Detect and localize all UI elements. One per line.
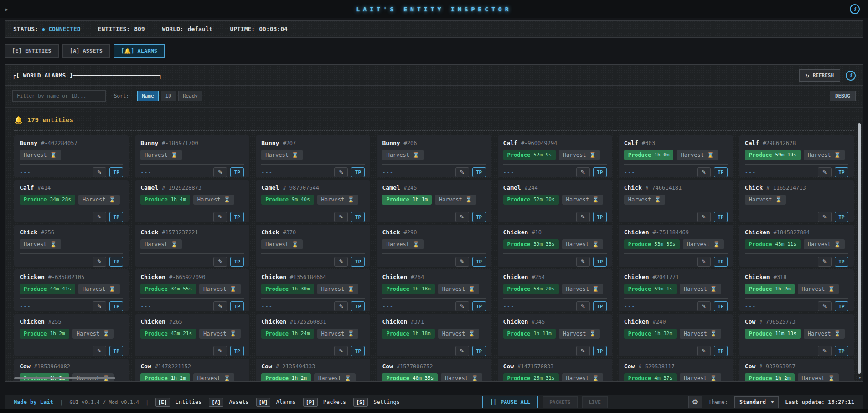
edit-button[interactable]: ✎ — [818, 346, 832, 356]
theme-select[interactable]: Standard ▼ — [734, 396, 779, 408]
produce-button[interactable]: Produce1h 18m — [382, 329, 434, 339]
tp-button[interactable]: TP — [835, 167, 848, 177]
made-by-link[interactable]: Made by Lait — [14, 399, 53, 405]
harvest-button[interactable]: Harvest⌛ — [804, 150, 845, 160]
tp-button[interactable]: TP — [230, 167, 244, 177]
harvest-button[interactable]: Harvest⌛ — [677, 150, 718, 160]
harvest-button[interactable]: Harvest⌛ — [317, 195, 359, 205]
harvest-button[interactable]: Harvest⌛ — [804, 329, 845, 339]
harvest-button[interactable]: Harvest⌛ — [624, 195, 666, 205]
sort-button-name[interactable]: Name — [137, 91, 159, 101]
edit-button[interactable]: ✎ — [93, 257, 106, 267]
tp-button[interactable]: TP — [351, 301, 365, 311]
tp-button[interactable]: TP — [835, 346, 848, 356]
edit-button[interactable]: ✎ — [818, 167, 832, 177]
edit-button[interactable]: ✎ — [576, 257, 590, 267]
scrollbar-down-arrow-icon[interactable]: ▾ — [859, 376, 861, 380]
edit-button[interactable]: ✎ — [818, 212, 832, 222]
edit-button[interactable]: ✎ — [93, 167, 106, 177]
horizontal-scrollbar[interactable] — [14, 377, 115, 379]
edit-button[interactable]: ✎ — [697, 212, 711, 222]
produce-button[interactable]: Produce1h 1m — [382, 195, 432, 205]
vertical-scrollbar[interactable] — [858, 123, 861, 374]
produce-button[interactable]: Produce40m 35s — [382, 373, 438, 382]
harvest-button[interactable]: Harvest⌛ — [562, 195, 604, 205]
sort-button-id[interactable]: ID — [161, 91, 176, 101]
harvest-button[interactable]: Harvest⌛ — [199, 329, 241, 339]
harvest-button[interactable]: Harvest⌛ — [78, 284, 120, 294]
tp-button[interactable]: TP — [109, 212, 123, 222]
edit-button[interactable]: ✎ — [697, 346, 711, 356]
edit-button[interactable]: ✎ — [334, 257, 348, 267]
harvest-button[interactable]: Harvest⌛ — [20, 239, 61, 249]
tp-button[interactable]: TP — [472, 346, 486, 356]
edit-button[interactable]: ✎ — [576, 346, 590, 356]
tp-button[interactable]: TP — [714, 167, 728, 177]
harvest-button[interactable]: Harvest⌛ — [562, 373, 604, 382]
produce-button[interactable]: Produce53m 39s — [624, 239, 680, 249]
edit-button[interactable]: ✎ — [576, 212, 590, 222]
produce-button[interactable]: Produce1h 2m — [745, 284, 795, 294]
tp-button[interactable]: TP — [351, 212, 365, 222]
edit-button[interactable]: ✎ — [334, 301, 348, 311]
tp-button[interactable]: TP — [472, 301, 486, 311]
tp-button[interactable]: TP — [593, 257, 607, 267]
harvest-button[interactable]: Harvest⌛ — [382, 239, 424, 249]
harvest-button[interactable]: Harvest⌛ — [382, 150, 424, 160]
edit-button[interactable]: ✎ — [455, 301, 469, 311]
harvest-button[interactable]: Harvest⌛ — [317, 329, 359, 339]
harvest-button[interactable]: Harvest⌛ — [140, 150, 182, 160]
tab-aassets[interactable]: [A] ASSETS — [62, 44, 110, 58]
edit-button[interactable]: ✎ — [576, 167, 590, 177]
tp-button[interactable]: TP — [593, 212, 607, 222]
produce-button[interactable]: Produce1h 0m — [624, 150, 674, 160]
edit-button[interactable]: ✎ — [213, 346, 227, 356]
harvest-button[interactable]: Harvest⌛ — [317, 284, 359, 294]
panel-info-icon[interactable]: i — [846, 71, 856, 81]
harvest-button[interactable]: Harvest⌛ — [562, 284, 604, 294]
produce-button[interactable]: Produce39m 33s — [503, 239, 559, 249]
tp-button[interactable]: TP — [714, 257, 728, 267]
tp-button[interactable]: TP — [714, 212, 728, 222]
tp-button[interactable]: TP — [230, 212, 244, 222]
tp-button[interactable]: TP — [472, 212, 486, 222]
produce-button[interactable]: Produce1h 2m — [745, 373, 795, 382]
tp-button[interactable]: TP — [835, 257, 848, 267]
packets-button[interactable]: PACKETS — [542, 396, 577, 408]
sort-button-ready[interactable]: Ready — [178, 91, 202, 101]
tp-button[interactable]: TP — [351, 346, 365, 356]
filter-input[interactable] — [12, 90, 106, 102]
produce-button[interactable]: Produce4m 37s — [624, 373, 677, 382]
produce-button[interactable]: Produce9m 40s — [261, 195, 314, 205]
produce-button[interactable]: Produce26m 31s — [503, 373, 559, 382]
harvest-button[interactable]: Harvest⌛ — [562, 239, 604, 249]
harvest-button[interactable]: Harvest⌛ — [680, 284, 721, 294]
tp-button[interactable]: TP — [472, 167, 486, 177]
tab-alarms[interactable]: [🔔] ALARMS — [114, 44, 165, 58]
tp-button[interactable]: TP — [593, 167, 607, 177]
harvest-button[interactable]: Harvest⌛ — [193, 373, 235, 382]
produce-button[interactable]: Produce1h 32m — [624, 329, 677, 339]
produce-button[interactable]: Produce43m 21s — [140, 329, 196, 339]
edit-button[interactable]: ✎ — [213, 257, 227, 267]
info-icon[interactable]: i — [850, 4, 860, 14]
tp-button[interactable]: TP — [472, 257, 486, 267]
edit-button[interactable]: ✎ — [455, 212, 469, 222]
debug-button[interactable]: DEBUG — [830, 91, 856, 101]
harvest-button[interactable]: Harvest⌛ — [680, 329, 721, 339]
tp-button[interactable]: TP — [714, 346, 728, 356]
tp-button[interactable]: TP — [230, 346, 244, 356]
tp-button[interactable]: TP — [714, 301, 728, 311]
harvest-button[interactable]: Harvest⌛ — [72, 329, 114, 339]
edit-button[interactable]: ✎ — [213, 301, 227, 311]
edit-button[interactable]: ✎ — [334, 167, 348, 177]
harvest-button[interactable]: Harvest⌛ — [438, 329, 480, 339]
produce-button[interactable]: Produce44m 41s — [20, 284, 75, 294]
edit-button[interactable]: ✎ — [334, 346, 348, 356]
edit-button[interactable]: ✎ — [213, 212, 227, 222]
produce-button[interactable]: Produce1h 24m — [261, 329, 314, 339]
harvest-button[interactable]: Harvest⌛ — [559, 150, 600, 160]
harvest-button[interactable]: Harvest⌛ — [435, 195, 476, 205]
harvest-button[interactable]: Harvest⌛ — [314, 373, 356, 382]
tp-button[interactable]: TP — [109, 257, 123, 267]
